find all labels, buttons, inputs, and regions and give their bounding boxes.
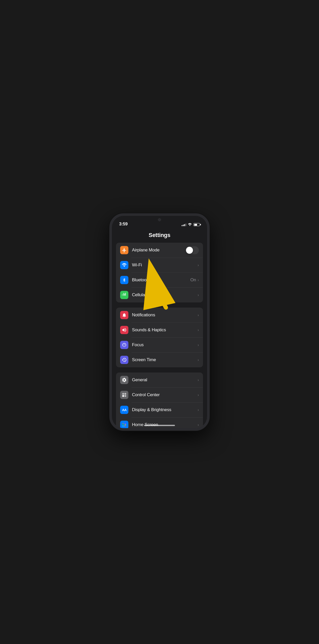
notifications-row[interactable]: Notifications › — [116, 308, 203, 323]
svg-rect-3 — [122, 395, 124, 397]
cellular-label: Cellular — [132, 292, 198, 298]
battery-status-icon — [193, 223, 200, 226]
control-center-label: Control Center — [132, 392, 198, 397]
home-screen-chevron: › — [198, 423, 199, 427]
svg-point-6 — [124, 423, 125, 424]
notch — [140, 216, 179, 224]
alerts-group: Notifications › Sounds & Haptics › — [116, 308, 203, 367]
bluetooth-icon — [120, 276, 128, 284]
airplane-mode-label: Airplane Mode — [132, 248, 185, 253]
notifications-chevron: › — [198, 313, 199, 317]
screen-time-chevron: › — [198, 358, 199, 362]
display-brightness-row[interactable]: AA Display & Brightness › — [116, 402, 203, 417]
network-group: Airplane Mode Wi-Fi › — [116, 243, 203, 302]
display-brightness-label: Display & Brightness — [132, 407, 198, 412]
bluetooth-value: On — [190, 277, 196, 283]
svg-point-12 — [124, 426, 125, 426]
svg-point-13 — [125, 426, 126, 426]
control-center-row[interactable]: Control Center › — [116, 387, 203, 402]
camera-notch — [158, 218, 161, 221]
cellular-row[interactable]: Cellular › — [116, 287, 203, 302]
cellular-chevron: › — [198, 293, 199, 297]
home-screen-icon — [120, 421, 128, 428]
display-brightness-chevron: › — [198, 408, 199, 412]
svg-point-5 — [122, 423, 123, 424]
svg-rect-2 — [125, 393, 126, 395]
signal-icon — [182, 223, 186, 226]
bluetooth-row[interactable]: Bluetooth On › — [116, 273, 203, 287]
cellular-icon — [120, 291, 128, 299]
focus-label: Focus — [132, 342, 198, 348]
sounds-haptics-chevron: › — [198, 328, 199, 332]
status-time: 3:59 — [119, 222, 128, 227]
wifi-label: Wi-Fi — [132, 262, 198, 268]
wifi-icon — [120, 261, 128, 269]
wifi-chevron: › — [198, 263, 199, 267]
notifications-label: Notifications — [132, 312, 198, 318]
svg-point-8 — [122, 424, 123, 425]
general-chevron: › — [198, 378, 199, 382]
focus-row[interactable]: Focus › — [116, 337, 203, 352]
wifi-row[interactable]: Wi-Fi › — [116, 258, 203, 273]
wifi-status-icon — [188, 223, 192, 227]
control-center-icon — [120, 391, 128, 399]
svg-point-7 — [125, 423, 126, 424]
svg-rect-1 — [122, 393, 124, 395]
screen-time-row[interactable]: Screen Time › — [116, 352, 203, 367]
svg-point-10 — [125, 424, 126, 425]
display-brightness-icon: AA — [120, 406, 128, 414]
notifications-icon — [120, 311, 128, 319]
focus-icon — [120, 341, 128, 349]
home-screen-row[interactable]: Home Screen › — [116, 417, 203, 428]
airplane-mode-row[interactable]: Airplane Mode — [116, 243, 203, 258]
page-title: Settings — [112, 229, 207, 243]
general-row[interactable]: General › — [116, 372, 203, 387]
screen-time-icon — [120, 356, 128, 364]
status-icons — [182, 223, 200, 227]
focus-chevron: › — [198, 343, 199, 347]
general-icon — [120, 376, 128, 384]
screen-content[interactable]: Settings Airplane Mode — [112, 216, 207, 428]
general-label: General — [132, 377, 198, 383]
svg-rect-4 — [125, 395, 126, 397]
phone-frame: 3:59 Settings — [109, 213, 210, 431]
svg-point-9 — [124, 424, 125, 425]
sounds-haptics-label: Sounds & Haptics — [132, 327, 198, 333]
bluetooth-label: Bluetooth — [132, 277, 190, 283]
airplane-mode-icon — [120, 246, 128, 254]
control-center-chevron: › — [198, 393, 199, 397]
home-indicator[interactable] — [144, 425, 175, 426]
bluetooth-chevron: › — [198, 278, 199, 282]
screen-time-label: Screen Time — [132, 357, 198, 362]
airplane-mode-toggle[interactable] — [185, 246, 199, 254]
display-group: General › Control Center › — [116, 372, 203, 428]
sounds-haptics-icon — [120, 326, 128, 334]
sounds-haptics-row[interactable]: Sounds & Haptics › — [116, 323, 203, 337]
svg-point-11 — [122, 426, 123, 426]
